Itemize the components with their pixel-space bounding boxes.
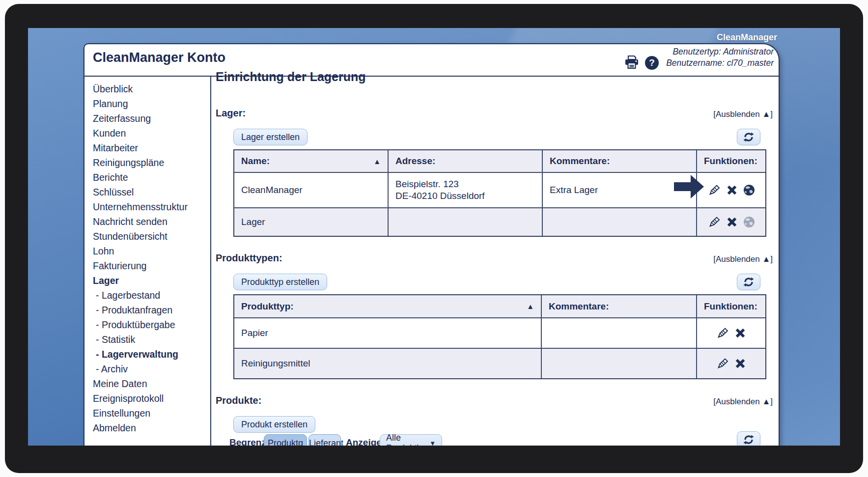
column-header-funktionen: Funktionen: — [697, 150, 765, 172]
produkttyp-name-cell: Papier — [234, 318, 542, 348]
sidebar: Überblick Planung Zeiterfassung Kunden M… — [84, 77, 211, 446]
edit-icon[interactable] — [707, 215, 721, 229]
help-icon[interactable]: ? — [645, 56, 659, 70]
sidebar-item-produktuebergabe[interactable]: - Produktübergabe — [93, 317, 210, 332]
produkte-filter-dropdown[interactable]: Alle Produktk ▼ — [380, 434, 442, 446]
delete-icon[interactable] — [734, 357, 747, 370]
edit-icon[interactable] — [716, 326, 729, 340]
sidebar-item-meine-daten[interactable]: Meine Daten — [93, 376, 210, 391]
produkte-section-label: Produkte: — [216, 395, 261, 406]
sidebar-item-archiv[interactable]: - Archiv — [93, 362, 210, 376]
sidebar-item-lagerbestand[interactable]: - Lagerbestand — [93, 288, 210, 303]
sort-asc-icon[interactable]: ▲ — [373, 157, 381, 166]
table-row: Lager — [234, 208, 765, 236]
sort-asc-icon[interactable]: ▲ — [527, 302, 534, 310]
dropdown-value: Alle Produktk — [386, 433, 429, 446]
sidebar-item-lohn[interactable]: Lohn — [93, 244, 210, 258]
sidebar-item-reinigungsplaene[interactable]: Reinigungspläne — [93, 155, 210, 170]
table-row: Reinigungsmittel — [234, 349, 765, 378]
filter-toggle-lieferant[interactable]: Lieferant — [308, 434, 341, 446]
refresh-icon — [743, 131, 755, 143]
refresh-icon — [743, 434, 755, 446]
edit-icon[interactable] — [716, 357, 729, 370]
column-header-produkttyp[interactable]: Produkttyp: ▲ — [234, 295, 542, 317]
sidebar-item-nachricht-senden[interactable]: Nachricht senden — [93, 214, 210, 229]
sidebar-nav: Überblick Planung Zeiterfassung Kunden M… — [84, 77, 210, 435]
lager-functions-cell — [697, 208, 765, 236]
column-header-name[interactable]: Name: ▲ — [234, 150, 389, 172]
sidebar-item-abmelden[interactable]: Abmelden — [93, 421, 210, 435]
lager-table-header: Name: ▲ Adresse: Kommentare: Funktionen: — [234, 150, 765, 173]
content-title: Einrichtung der Lagerung — [216, 70, 366, 84]
lager-section-label: Lager: — [216, 108, 246, 119]
edit-icon[interactable] — [707, 183, 721, 197]
globe-icon[interactable] — [743, 184, 756, 196]
column-header-adresse[interactable]: Adresse: — [389, 150, 543, 172]
sidebar-item-statistik[interactable]: - Statistik — [93, 332, 210, 347]
sidebar-item-stundenuebersicht[interactable]: Stundenübersicht — [93, 229, 210, 244]
sidebar-item-mitarbeiter[interactable]: Mitarbeiter — [93, 140, 210, 155]
user-type: Benutzertyp: Administrator — [666, 46, 774, 57]
produkttyp-functions-cell — [697, 349, 765, 378]
produkttypen-hide-link[interactable]: [Ausblenden ▲] — [713, 254, 773, 264]
lager-table: Name: ▲ Adresse: Kommentare: Funktionen:… — [233, 149, 766, 237]
lager-name-cell: Lager — [234, 208, 389, 236]
lager-functions-cell — [697, 173, 765, 207]
lager-comment-cell: Extra Lager — [543, 173, 697, 207]
delete-icon[interactable] — [726, 184, 738, 196]
lager-refresh-button[interactable] — [737, 129, 760, 145]
produkttyp-create-button[interactable]: Produkttyp erstellen — [233, 274, 327, 290]
sidebar-item-planung[interactable]: Planung — [93, 96, 210, 111]
chevron-down-icon: ▼ — [429, 440, 436, 446]
sidebar-item-zeiterfassung[interactable]: Zeiterfassung — [93, 111, 210, 126]
globe-icon-disabled[interactable] — [743, 216, 756, 228]
produkte-hide-link[interactable]: [Ausblenden ▲] — [713, 397, 773, 407]
column-header-kommentare[interactable]: Kommentare: — [542, 295, 697, 317]
lager-name-cell: CleanManager — [234, 173, 389, 207]
print-icon[interactable] — [624, 55, 640, 70]
sidebar-item-lagerverwaltung[interactable]: - Lagerverwaltung — [93, 347, 210, 362]
refresh-icon — [743, 276, 755, 288]
lager-comment-cell — [543, 208, 697, 236]
table-row: Papier — [234, 318, 765, 349]
produkte-refresh-button[interactable] — [737, 431, 760, 446]
filter-toggle-produktgruppe[interactable]: Produktg — [264, 434, 307, 446]
column-header-funktionen: Funktionen: — [697, 295, 765, 317]
lager-address-cell: Beispielstr. 123 DE-40210 Düsseldorf — [389, 173, 543, 207]
sidebar-item-schluessel[interactable]: Schlüssel — [93, 185, 210, 199]
produkttypen-table-header: Produkttyp: ▲ Kommentare: Funktionen: — [234, 295, 765, 318]
lager-hide-link[interactable]: [Ausblenden ▲] — [713, 110, 773, 119]
sidebar-item-ueberblick[interactable]: Überblick — [93, 82, 210, 96]
desktop-background: CleanManager CleanManager Konto ? Benutz… — [28, 28, 840, 446]
produkttyp-functions-cell — [697, 318, 765, 348]
sidebar-item-lager[interactable]: Lager — [93, 273, 210, 288]
delete-icon[interactable] — [726, 216, 738, 228]
user-name: Benutzername: cl70_master — [666, 57, 774, 69]
produkttyp-comment-cell — [542, 349, 697, 378]
sidebar-item-berichte[interactable]: Berichte — [93, 170, 210, 185]
sidebar-item-fakturierung[interactable]: Fakturierung — [93, 258, 210, 273]
delete-icon[interactable] — [734, 327, 747, 339]
sidebar-item-einstellungen[interactable]: Einstellungen — [93, 406, 210, 421]
column-header-kommentare[interactable]: Kommentare: — [543, 150, 697, 172]
produkttyp-name-cell: Reinigungsmittel — [234, 349, 542, 378]
sidebar-item-ereignisprotokoll[interactable]: Ereignisprotokoll — [93, 391, 210, 406]
user-info: Benutzertyp: Administrator Benutzername:… — [666, 46, 774, 69]
produkt-create-button[interactable]: Produkt erstellen — [233, 416, 315, 433]
app-panel: CleanManager Konto ? Benutzertyp: Admini… — [84, 43, 780, 446]
table-row: CleanManager Beispielstr. 123 DE-40210 D… — [234, 173, 765, 208]
sidebar-item-kunden[interactable]: Kunden — [93, 126, 210, 140]
produkttypen-refresh-button[interactable] — [737, 274, 760, 290]
browser-brand-label: CleanManager — [717, 32, 777, 43]
lager-create-button[interactable]: Lager erstellen — [233, 129, 308, 145]
produkttypen-section-label: Produkttypen: — [216, 253, 282, 264]
produkttypen-table: Produkttyp: ▲ Kommentare: Funktionen: Pa… — [233, 294, 766, 379]
lager-address-cell — [389, 208, 543, 236]
page-title: CleanManager Konto — [93, 50, 225, 65]
sidebar-item-produktanfragen[interactable]: - Produktanfragen — [93, 303, 210, 317]
produkttyp-comment-cell — [542, 318, 697, 348]
sidebar-item-unternehmensstruktur[interactable]: Unternehmensstruktur — [93, 199, 210, 214]
